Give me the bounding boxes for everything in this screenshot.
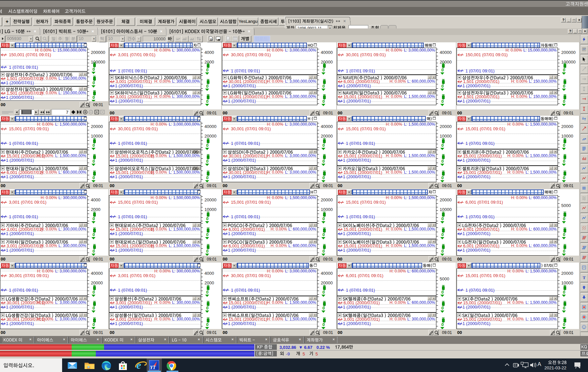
svg-text:e: e — [136, 359, 141, 371]
svg-text:T: T — [583, 275, 586, 280]
svg-text:D: D — [210, 38, 212, 41]
svg-text:R: R — [218, 38, 220, 41]
svg-text:YT: YT — [150, 365, 156, 370]
